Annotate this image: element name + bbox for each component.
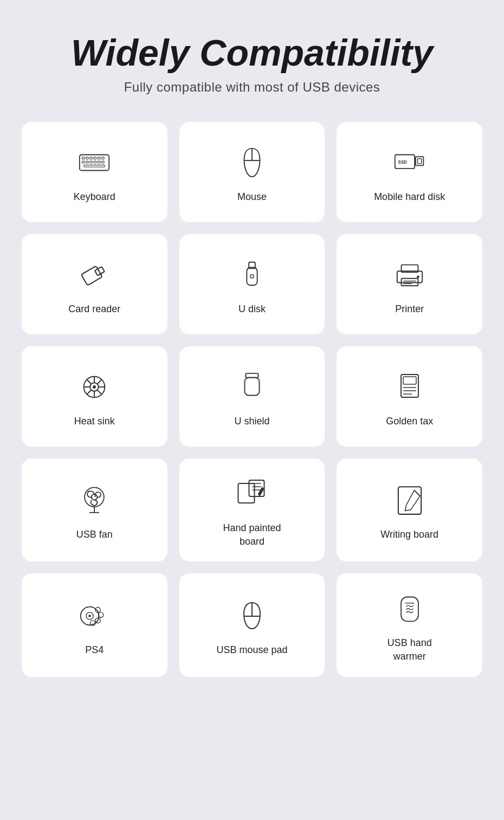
svg-rect-23: [95, 267, 105, 276]
u-disk-label: U disk: [238, 302, 266, 316]
keyboard-icon: [79, 144, 110, 182]
svg-rect-13: [84, 165, 105, 167]
svg-text:SSD: SSD: [398, 160, 407, 165]
svg-line-42: [98, 379, 102, 384]
svg-rect-18: [416, 157, 424, 165]
svg-rect-29: [401, 278, 418, 286]
card-mouse: Mouse: [179, 122, 325, 222]
golden-tax-label: Golden tax: [386, 415, 433, 428]
ps4-icon: [79, 597, 110, 635]
svg-rect-4: [94, 157, 96, 159]
main-title: Widely Compatibility: [71, 33, 433, 73]
svg-line-41: [98, 390, 102, 395]
hand-painted-board-icon: [236, 475, 268, 513]
svg-rect-45: [244, 377, 259, 395]
device-grid: Keyboard Mouse SSD Mobile hard disk Card…: [22, 122, 482, 677]
svg-rect-47: [403, 377, 416, 384]
card-heat-sink: Heat sink: [22, 346, 167, 447]
svg-line-40: [87, 379, 92, 384]
svg-point-64: [89, 615, 92, 617]
svg-rect-5: [98, 157, 101, 159]
card-keyboard: Keyboard: [22, 122, 167, 222]
svg-rect-22: [81, 266, 102, 285]
card-ps4: PS4: [22, 573, 167, 676]
card-mobile-hard-disk: SSD Mobile hard disk: [337, 122, 482, 222]
card-printer: Printer: [337, 234, 482, 334]
u-disk-icon: [236, 256, 268, 294]
keyboard-label: Keyboard: [74, 190, 115, 204]
mobile-hard-disk-icon: SSD: [394, 144, 425, 182]
usb-fan-icon: [79, 481, 110, 519]
card-usb-mouse-pad: USB mouse pad: [179, 573, 325, 676]
golden-tax-icon: [394, 368, 425, 406]
svg-rect-8: [86, 161, 89, 163]
svg-rect-7: [82, 161, 85, 163]
svg-rect-55: [238, 483, 254, 503]
svg-rect-19: [417, 158, 421, 163]
svg-rect-26: [250, 275, 254, 278]
heat-sink-label: Heat sink: [74, 415, 115, 428]
card-hand-painted-board: Hand paintedboard: [179, 459, 325, 561]
card-usb-hand-warmer: USB handwarmer: [337, 573, 482, 676]
u-shield-icon: [236, 368, 268, 406]
usb-mouse-pad-label: USB mouse pad: [216, 643, 287, 657]
printer-label: Printer: [395, 302, 424, 316]
u-shield-label: U shield: [234, 415, 269, 428]
svg-rect-44: [245, 373, 258, 378]
svg-rect-1: [82, 157, 85, 159]
card-reader-label: Card reader: [68, 302, 120, 316]
svg-rect-11: [98, 161, 101, 163]
svg-rect-12: [102, 161, 105, 163]
svg-rect-6: [102, 157, 105, 159]
card-writing-board: Writing board: [337, 459, 482, 561]
svg-line-61: [414, 490, 420, 496]
usb-hand-warmer-label: USB handwarmer: [387, 636, 432, 663]
svg-rect-10: [94, 161, 96, 163]
heat-sink-icon: [79, 368, 110, 406]
card-u-disk: U disk: [179, 234, 325, 334]
card-card-reader: Card reader: [22, 234, 167, 334]
svg-rect-9: [90, 161, 93, 163]
usb-mouse-pad-icon: [236, 597, 268, 635]
card-reader-icon: [79, 256, 110, 294]
mobile-hard-disk-label: Mobile hard disk: [374, 190, 445, 204]
printer-icon: [394, 256, 425, 294]
usb-hand-warmer-icon: [394, 590, 425, 628]
writing-board-label: Writing board: [380, 528, 438, 541]
svg-rect-24: [247, 267, 257, 285]
svg-point-30: [417, 275, 419, 278]
mouse-label: Mouse: [237, 190, 267, 204]
card-u-shield: U shield: [179, 346, 325, 447]
svg-rect-3: [90, 157, 93, 159]
mouse-icon: [236, 144, 268, 182]
svg-rect-2: [86, 157, 89, 159]
usb-fan-label: USB fan: [76, 528, 113, 541]
page-header: Widely Compatibility Fully compatible wi…: [71, 33, 433, 95]
hand-painted-board-label: Hand paintedboard: [223, 521, 281, 548]
card-usb-fan: USB fan: [22, 459, 167, 561]
subtitle: Fully compatible with most of USB device…: [71, 80, 433, 95]
ps4-label: PS4: [85, 643, 104, 657]
svg-point-51: [85, 488, 104, 507]
svg-line-43: [87, 390, 92, 395]
card-golden-tax: Golden tax: [337, 346, 482, 447]
writing-board-icon: [394, 481, 425, 519]
svg-point-35: [93, 385, 96, 389]
